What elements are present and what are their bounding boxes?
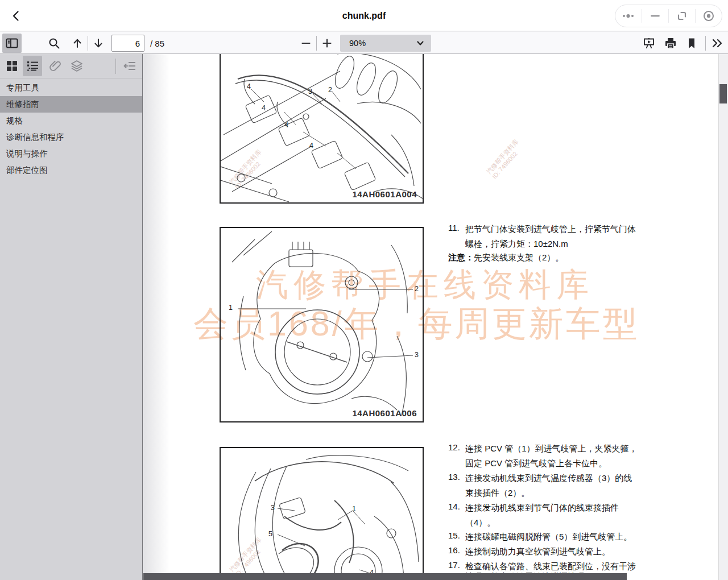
attachments-view-button[interactable] [46, 56, 65, 76]
more-tools-button[interactable] [708, 34, 727, 53]
figure-intake-manifold: 3 5 1 4 [220, 447, 424, 580]
instruction-item: 15. 连接碳罐电磁阀脱附管（5）到进气歧管上。 [448, 531, 664, 545]
outline-item-specifications[interactable]: 规格 [0, 113, 142, 129]
outline-item-description-operation[interactable]: 说明与操作 [0, 146, 142, 162]
presentation-icon [643, 38, 655, 49]
minimize-button[interactable] [642, 5, 668, 27]
figure-throttle-body: 1 2 3 14AH0601A006 [220, 227, 424, 422]
instruction-text: 连接发动机线束到节气门体的线束接插件 [465, 502, 664, 516]
sidebar-toggle-icon [6, 38, 18, 49]
instruction-text: 螺栓，拧紧力矩：10±2N.m [465, 238, 664, 252]
figure-code-label: 14AH0601A004 [352, 189, 417, 199]
zoom-select[interactable]: 90% [340, 35, 431, 52]
instruction-item: 12. 连接 PCV 管（1）到进气歧管上，夹紧夹箍， 固定 PCV 管到进气歧… [448, 442, 664, 472]
figure-ignition-coils: 4 4 3 2 4 4 14AH0601A004 [220, 54, 424, 204]
sidebar-toggle-button[interactable] [2, 34, 22, 53]
zoom-select-value: 90% [349, 39, 366, 48]
instruction-item: 11. 把节气门体安装到进气歧管上，拧紧节气门体 螺栓，拧紧力矩：10±2N.m [448, 223, 664, 252]
pdf-page[interactable]: 汽修帮手在线资料库 会员168/年，每周更新车型 汽修帮手资料库ID: 7496… [143, 54, 728, 580]
note-text: 先安装线束支架（2）。 [474, 252, 564, 262]
ellipsis-icon [622, 13, 635, 19]
callout-label: 3 [415, 351, 419, 359]
toolbar-divider [316, 36, 317, 51]
presentation-mode-button[interactable] [639, 34, 659, 53]
next-page-button[interactable] [89, 34, 108, 53]
minus-icon [301, 38, 311, 48]
pdf-viewer-window: chunk.pdf [0, 0, 728, 580]
more-options-button[interactable] [615, 5, 642, 27]
instruction-text: 把节气门体安装到进气歧管上，拧紧节气门体 [465, 223, 664, 238]
toolbar-divider [88, 36, 88, 51]
double-chevron-icon [711, 38, 723, 48]
restore-button[interactable] [669, 5, 695, 27]
instruction-number: 16. [448, 545, 464, 555]
instruction-number: 15. [448, 531, 464, 540]
bookmark-icon [686, 38, 697, 49]
thumbnails-icon [6, 60, 18, 72]
note-label: 注意： [448, 252, 474, 262]
arrow-up-icon [72, 38, 83, 49]
instruction-number: 17. [448, 560, 464, 570]
plus-icon [322, 38, 332, 48]
vertical-scrollbar-thumb[interactable] [719, 84, 727, 103]
outline-item-component-locator[interactable]: 部件定位图 [0, 162, 142, 179]
paperclip-icon [49, 60, 61, 72]
zoom-in-button[interactable] [317, 34, 337, 53]
watermark-stamp: 汽修帮手资料库ID: 7496002 [485, 138, 526, 181]
figure-illustration [221, 228, 423, 421]
callout-label: 1 [352, 505, 356, 513]
sidebar-icons-divider [115, 59, 116, 74]
horizontal-scrollbar-thumb[interactable] [143, 573, 627, 580]
sidebar-shadow [143, 54, 169, 580]
callout-label: 1 [229, 304, 233, 312]
callout-label: 4 [309, 142, 313, 150]
zoom-out-button[interactable] [296, 34, 316, 53]
figure-illustration [221, 448, 423, 580]
outline-item-special-tools[interactable]: 专用工具 [0, 80, 142, 96]
pdf-toolbar: / 85 90% [0, 31, 728, 54]
outline-item-diagnostics[interactable]: 诊断信息和程序 [0, 129, 142, 146]
thumbnails-view-button[interactable] [2, 56, 22, 76]
instruction-text: 连接发动机线束到进气温度传感器（3）的线 [465, 472, 664, 487]
record-icon [702, 10, 715, 22]
outline-icon [27, 60, 39, 72]
sidebar: 专用工具 维修指南 规格 诊断信息和程序 说明与操作 部件定位图 [0, 54, 143, 580]
outline-list: 专用工具 维修指南 规格 诊断信息和程序 说明与操作 部件定位图 [0, 80, 142, 179]
current-outline-item-button[interactable] [120, 56, 139, 76]
print-button[interactable] [661, 34, 680, 53]
instruction-number: 11. [448, 223, 464, 233]
layers-view-button[interactable] [67, 56, 86, 76]
layers-icon [71, 60, 83, 72]
record-button[interactable] [696, 5, 722, 27]
page-number-input[interactable] [111, 35, 144, 52]
vertical-scrollbar[interactable] [718, 54, 728, 580]
previous-page-button[interactable] [68, 34, 87, 53]
callout-label: 4 [247, 82, 251, 90]
instruction-number: 13. [448, 472, 464, 482]
search-icon [48, 38, 60, 49]
instruction-text: 连接 PCV 管（1）到进气歧管上，夹紧夹箍， [465, 442, 664, 457]
callout-label: 2 [415, 285, 419, 293]
callout-label: 4 [284, 121, 288, 129]
find-button[interactable] [44, 34, 64, 53]
callout-label: 3 [308, 88, 312, 96]
instruction-text: 连接制动助力真空软管到进气歧管上。 [465, 545, 664, 560]
callout-label: 3 [271, 504, 275, 512]
instruction-number: 14. [448, 502, 464, 511]
figure-code-label: 14AH0601A006 [352, 408, 417, 418]
note-line: 注意：先安装线束支架（2）。 [448, 252, 564, 263]
minimize-icon [650, 10, 661, 22]
window-controls [615, 5, 722, 27]
window-titlebar: chunk.pdf [0, 0, 728, 31]
instruction-text: 固定 PCV 管到进气歧管上各卡位中。 [465, 457, 664, 472]
instruction-item: 14. 连接发动机线束到节气门体的线束接插件 （4）。 [448, 502, 664, 531]
callout-label: 4 [262, 104, 266, 112]
outline-view-button[interactable] [23, 56, 42, 76]
arrow-down-icon [93, 38, 104, 49]
instruction-item: 16. 连接制动助力真空软管到进气歧管上。 [448, 545, 664, 560]
toolbar-divider [705, 36, 706, 51]
callout-label: 5 [268, 530, 272, 538]
outline-item-repair-guide[interactable]: 维修指南 [0, 96, 142, 113]
bookmark-button[interactable] [682, 34, 701, 53]
instruction-number: 12. [448, 442, 464, 452]
